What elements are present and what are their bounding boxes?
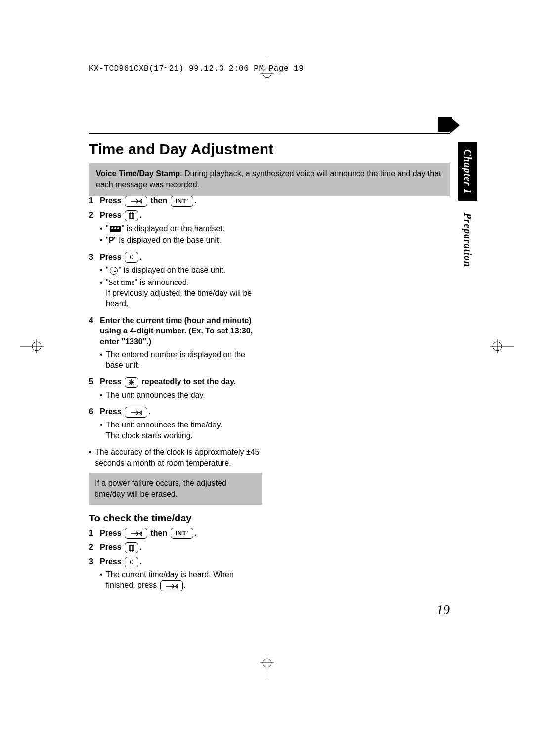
zero-key-icon: 0 bbox=[125, 557, 138, 567]
step-2: 2 Press . "" is displayed on the handset… bbox=[89, 210, 262, 249]
title-rule bbox=[89, 133, 450, 134]
step-number: 4 bbox=[89, 315, 100, 374]
step6-press: Press bbox=[100, 407, 124, 416]
power-failure-note: If a power failure occurs, the adjusted … bbox=[89, 473, 262, 504]
step1-press: Press bbox=[100, 196, 124, 205]
intro-bold: Voice Time/Day Stamp bbox=[96, 169, 180, 178]
step5-rest: repeatedly to set the day. bbox=[142, 378, 236, 386]
step3-bullet-1: "" is displayed on the base unit. bbox=[100, 265, 262, 276]
check-time-title: To check the time/day bbox=[89, 512, 262, 525]
step1-dot: . bbox=[194, 196, 196, 205]
enter-key-icon bbox=[160, 580, 183, 591]
square-key-icon bbox=[125, 210, 138, 221]
step4-instr: Enter the current time (hour and minute)… bbox=[100, 316, 253, 346]
enter-key-icon bbox=[125, 407, 147, 418]
step-number: 3 bbox=[89, 252, 100, 312]
check-step-3: 3 Press 0. The current time/day is heard… bbox=[89, 556, 262, 594]
check-step-1: 1 Press then INT'. bbox=[89, 528, 262, 539]
step2-press: Press bbox=[100, 211, 124, 219]
page-number: 19 bbox=[436, 602, 450, 617]
step-4: 4 Enter the current time (hour and minut… bbox=[89, 315, 262, 374]
check3-press: Press bbox=[100, 557, 124, 566]
intro-block: Voice Time/Day Stamp: During playback, a… bbox=[89, 163, 450, 196]
enter-key-icon bbox=[125, 528, 147, 539]
square-key-icon bbox=[125, 542, 138, 553]
check2-press: Press bbox=[100, 543, 124, 551]
step5-press: Press bbox=[100, 378, 124, 386]
step-3: 3 Press 0. "" is displayed on the base u… bbox=[89, 252, 262, 312]
star-key-icon bbox=[125, 377, 138, 388]
print-header: KX-TCD961CXB(17~21) 99.12.3 2:06 PM Page… bbox=[89, 64, 304, 73]
zero-key-icon: 0 bbox=[125, 252, 138, 263]
check3-bullet-1: The current time/day is heard. When fini… bbox=[100, 569, 262, 591]
step6-dot: . bbox=[148, 407, 150, 416]
handset-display-icon bbox=[110, 226, 121, 232]
section-tab: Preparation bbox=[458, 205, 477, 275]
arrow-tri-icon bbox=[450, 117, 460, 134]
step3-press: Press bbox=[100, 253, 124, 261]
step2-dot: . bbox=[139, 211, 141, 219]
svg-point-18 bbox=[263, 659, 271, 667]
step6-bullet-1: The unit announces the time/day. The clo… bbox=[100, 420, 262, 441]
check-step-2: 2 Press . bbox=[89, 542, 262, 553]
crop-mark-left bbox=[20, 336, 49, 356]
step-1: 1 Press then INT'. bbox=[89, 195, 262, 207]
step-number: 6 bbox=[89, 406, 100, 444]
accuracy-note: The accuracy of the clock is approximate… bbox=[89, 447, 262, 468]
step-5: 5 Press repeatedly to set the day. The u… bbox=[89, 377, 262, 403]
check1-press: Press bbox=[100, 529, 124, 537]
step3-dot: . bbox=[139, 253, 141, 261]
step1-then: then bbox=[151, 196, 170, 205]
check1-dot: . bbox=[194, 529, 196, 537]
step5-bullet-1: The unit announces the day. bbox=[100, 390, 262, 401]
step-number: 1 bbox=[89, 528, 100, 539]
step2-bullet-2: "P" is displayed on the base unit. bbox=[100, 235, 262, 246]
page-title: Time and Day Adjustment bbox=[89, 141, 274, 158]
chapter-tab: Chapter 1 bbox=[458, 142, 477, 201]
crop-mark-right bbox=[485, 336, 514, 356]
check3-dot: . bbox=[139, 557, 141, 566]
clock-icon bbox=[110, 267, 118, 275]
step-number: 2 bbox=[89, 210, 100, 249]
step-number: 1 bbox=[89, 195, 100, 207]
content-area: 1 Press then INT'. 2 Press . bbox=[89, 195, 450, 627]
int-key-icon: INT' bbox=[171, 528, 193, 539]
step3-bullet-2: "Set time" is announced. If previously a… bbox=[100, 277, 262, 309]
step-number: 5 bbox=[89, 377, 100, 403]
step4-bullet-1: The entered number is displayed on the b… bbox=[100, 349, 262, 371]
step-number: 3 bbox=[89, 556, 100, 594]
crop-mark-bottom bbox=[257, 653, 277, 678]
step2-bullet-1: "" is displayed on the handset. bbox=[100, 223, 262, 234]
enter-key-icon bbox=[125, 196, 147, 207]
check2-dot: . bbox=[139, 543, 141, 551]
svg-rect-14 bbox=[129, 546, 134, 551]
step-number: 2 bbox=[89, 542, 100, 553]
step-6: 6 Press . The unit announces the time/da… bbox=[89, 406, 262, 444]
svg-rect-5 bbox=[129, 213, 134, 218]
int-key-icon: INT' bbox=[171, 196, 193, 207]
check1-then: then bbox=[151, 529, 170, 537]
